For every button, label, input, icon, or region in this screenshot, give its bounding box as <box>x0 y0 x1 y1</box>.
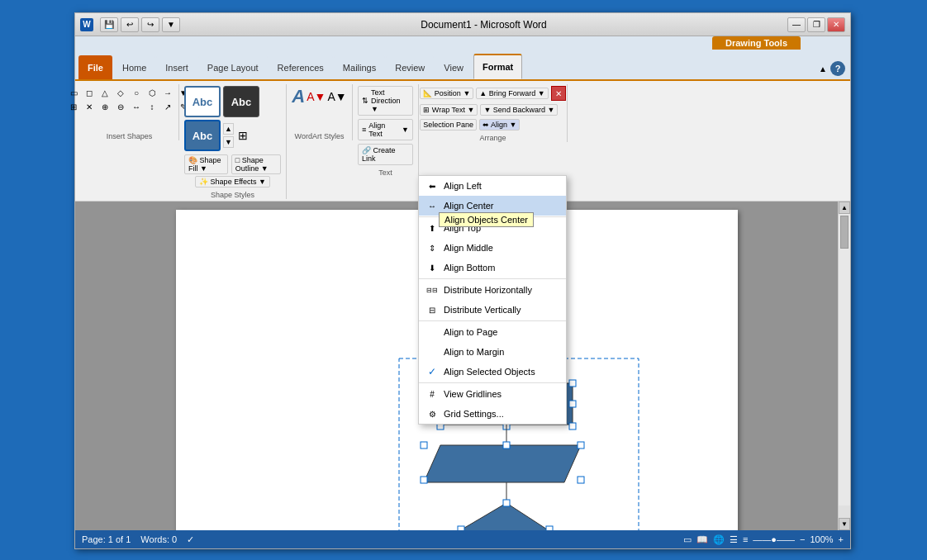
menu-align-selected[interactable]: ✓ Align Selected Objects <box>419 362 566 382</box>
tab-view[interactable]: View <box>435 55 473 79</box>
shape-style-2[interactable]: Abc <box>223 86 259 117</box>
redo-btn[interactable]: ↪ <box>141 17 159 32</box>
save-quick-btn[interactable]: 💾 <box>100 17 118 32</box>
proofing-icon[interactable]: ✓ <box>187 534 194 545</box>
svg-marker-19 <box>416 503 589 530</box>
ribbon-minimize-icon[interactable]: ▲ <box>819 64 827 74</box>
shape-effects-btn[interactable]: ✨ Shape Effects ▼ <box>195 176 270 187</box>
wrap-text-btn[interactable]: ⊞ Wrap Text ▼ <box>420 104 478 116</box>
shape-icon-5[interactable]: ○ <box>130 86 143 99</box>
align-text-label: Align Text <box>368 121 399 138</box>
scroll-up-btn[interactable]: ▲ <box>839 202 850 214</box>
shape-style-expand[interactable]: ⊞ <box>238 129 248 142</box>
zoom-slider-track[interactable]: ——●—— <box>753 534 795 544</box>
shape-icon-12[interactable]: ⊖ <box>114 100 127 113</box>
wordart-content: A A▼ A▼ <box>292 84 346 119</box>
shape-icon-1[interactable]: ▭ <box>67 86 80 99</box>
tab-page-layout[interactable]: Page Layout <box>198 55 268 79</box>
help-icon[interactable]: ? <box>830 61 845 76</box>
tab-format[interactable]: Format <box>473 54 522 79</box>
align-left-label: Align Left <box>444 181 482 191</box>
menu-grid-settings[interactable]: ⚙ Grid Settings... <box>419 404 566 424</box>
text-direction-btn[interactable]: ⇅ Text Direction ▼ <box>358 86 413 116</box>
title-bar: W 💾 ↩ ↪ ▼ Document1 - Microsoft Word — ❐… <box>75 13 850 36</box>
view-normal-btn[interactable]: ▭ <box>683 534 692 545</box>
tab-review[interactable]: Review <box>386 55 434 79</box>
zoom-in-btn[interactable]: + <box>839 534 844 544</box>
scroll-thumb[interactable] <box>840 216 849 249</box>
shape-icon-9[interactable]: ⊞ <box>67 100 80 113</box>
menu-align-to-page[interactable]: Align to Page <box>419 322 566 342</box>
shape-style-up[interactable]: ▲ <box>223 123 234 135</box>
scroll-down-btn[interactable]: ▼ <box>839 518 850 530</box>
shape-icon-2[interactable]: ◻ <box>83 86 96 99</box>
text-fill-btn[interactable]: A▼ <box>307 90 326 103</box>
vertical-scrollbar[interactable]: ▲ ▼ <box>838 202 850 530</box>
undo-btn[interactable]: ↩ <box>121 17 139 32</box>
shape-icon-7[interactable]: → <box>161 86 174 99</box>
shape-icon-4[interactable]: ◇ <box>114 86 127 99</box>
ribbon-content: ▭ ◻ △ ◇ ○ ⬡ → ▼ ⊞ ✕ ⊕ ⊖ ↔ ↕ ↗ <box>75 79 850 201</box>
text-outline-btn[interactable]: A▼ <box>327 90 346 103</box>
menu-distribute-v[interactable]: ⊟ Distribute Vertically <box>419 300 566 320</box>
separator-4 <box>419 382 566 383</box>
zoom-level: 100% <box>810 534 833 544</box>
shape-icon-15[interactable]: ↗ <box>161 100 174 113</box>
align-text-arrow: ▼ <box>402 126 409 134</box>
shape-styles-group: Abc Abc Abc ▲ ▼ ⊞ 🎨 Shape Fill ▼ □ Shape… <box>179 84 287 199</box>
tab-file[interactable]: File <box>78 55 112 79</box>
shape-icon-6[interactable]: ⬡ <box>145 86 159 99</box>
create-link-btn[interactable]: 🔗 Create Link <box>358 144 413 165</box>
shape-fill-btn[interactable]: 🎨 Shape Fill ▼ <box>184 154 228 174</box>
tab-insert[interactable]: Insert <box>156 55 197 79</box>
view-outline-btn[interactable]: ☰ <box>730 534 738 545</box>
align-middle-icon: ⇕ <box>425 241 439 254</box>
shape-icon-13[interactable]: ↔ <box>130 100 143 113</box>
align-center-label: Align Center <box>444 201 494 211</box>
shape-icon-11[interactable]: ⊕ <box>98 100 112 113</box>
svg-rect-6 <box>569 401 576 407</box>
ribbon-top-area: Drawing Tools File Home Insert Page Layo… <box>75 36 850 79</box>
text-direction-label: Text Direction ▼ <box>371 88 409 113</box>
scroll-track[interactable] <box>839 214 850 505</box>
send-backward-btn[interactable]: ▼ Send Backward ▼ <box>480 104 558 116</box>
shape-icon-3[interactable]: △ <box>98 86 112 99</box>
restore-btn[interactable]: ❐ <box>807 17 825 32</box>
align-bottom-label: Align Bottom <box>444 263 495 273</box>
menu-align-middle[interactable]: ⇕ Align Middle <box>419 238 566 258</box>
view-gridlines-label: View Gridlines <box>444 389 502 399</box>
tab-home[interactable]: Home <box>113 55 155 79</box>
menu-align-left[interactable]: ⬅ Align Left <box>419 176 566 196</box>
shape-style-3[interactable]: Abc <box>184 120 221 151</box>
menu-view-gridlines[interactable]: # View Gridlines <box>419 384 566 404</box>
minimize-btn[interactable]: — <box>787 17 806 32</box>
insert-shapes-group: ▭ ◻ △ ◇ ○ ⬡ → ▼ ⊞ ✕ ⊕ ⊖ ↔ ↕ ↗ <box>80 84 179 140</box>
tab-references[interactable]: References <box>269 55 333 79</box>
ribbon-right-icons: ▲ ? <box>819 61 845 76</box>
customize-btn[interactable]: ▼ <box>162 17 180 32</box>
close-btn[interactable]: ✕ <box>827 17 845 32</box>
shape-icon-14[interactable]: ↕ <box>145 100 159 113</box>
delete-btn[interactable]: ✕ <box>551 86 566 101</box>
menu-distribute-h[interactable]: ⊟⊟ Distribute Horizontally <box>419 280 566 300</box>
tab-mailings[interactable]: Mailings <box>334 55 385 79</box>
view-web-btn[interactable]: 🌐 <box>713 534 725 545</box>
wordart-btn[interactable]: A <box>292 86 305 107</box>
insert-shapes-label: Insert Shapes <box>80 132 178 140</box>
selection-pane-btn[interactable]: Selection Pane <box>420 119 477 131</box>
svg-rect-9 <box>569 423 576 429</box>
align-btn[interactable]: ⬌ Align ▼ <box>479 119 520 131</box>
shape-style-down[interactable]: ▼ <box>223 136 234 148</box>
menu-align-bottom[interactable]: ⬇ Align Bottom <box>419 258 566 278</box>
shape-style-1[interactable]: Abc <box>184 86 221 117</box>
view-draft-btn[interactable]: ≡ <box>743 534 748 544</box>
gridlines-icon: # <box>425 387 439 401</box>
align-text-btn[interactable]: ≡ Align Text ▼ <box>358 119 413 140</box>
bring-forward-btn[interactable]: ▲ Bring Forward ▼ <box>476 88 548 99</box>
position-btn[interactable]: 📐 Position ▼ <box>420 88 473 99</box>
shape-icon-10[interactable]: ✕ <box>83 100 96 113</box>
shape-outline-btn[interactable]: □ Shape Outline ▼ <box>231 154 281 174</box>
view-reading-btn[interactable]: 📖 <box>696 534 708 545</box>
zoom-out-btn[interactable]: − <box>800 534 805 544</box>
menu-align-to-margin[interactable]: Align to Margin <box>419 342 566 362</box>
